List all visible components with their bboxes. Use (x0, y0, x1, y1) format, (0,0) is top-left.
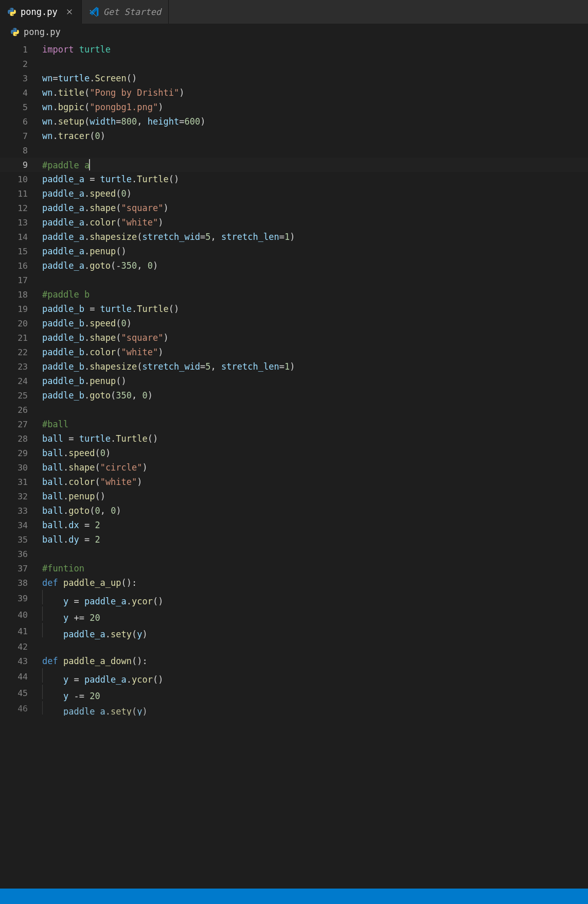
code-line[interactable]: 8 (0, 143, 588, 158)
code-line[interactable]: 42 (0, 639, 588, 654)
line-number: 17 (0, 275, 42, 285)
code-line[interactable]: 44 y = paddle_a.ycor() (0, 668, 588, 685)
line-number: 43 (0, 656, 42, 666)
line-number: 12 (0, 203, 42, 213)
tab-pong-py[interactable]: pong.py (0, 0, 82, 24)
code-line[interactable]: 7wn.tracer(0) (0, 129, 588, 143)
code-line[interactable]: 9#paddle a (0, 158, 588, 172)
code-line[interactable]: 39 y = paddle_a.ycor() (0, 590, 588, 606)
code-content: paddle_a.sety(y) (42, 701, 588, 716)
code-line[interactable]: 32ball.penup() (0, 489, 588, 503)
code-content: paddle_a.color("white") (42, 217, 588, 228)
code-content: paddle_a.sety(y) (42, 623, 588, 639)
status-bar[interactable] (0, 889, 588, 904)
line-number: 45 (0, 688, 42, 698)
line-number: 35 (0, 535, 42, 545)
code-line[interactable]: 3wn=turtle.Screen() (0, 71, 588, 85)
code-line[interactable]: 19paddle_b = turtle.Turtle() (0, 302, 588, 316)
code-content: #paddle b (42, 289, 588, 300)
line-number: 16 (0, 261, 42, 271)
code-line[interactable]: 21paddle_b.shape("square") (0, 331, 588, 345)
line-number: 40 (0, 610, 42, 620)
code-line[interactable]: 16paddle_a.goto(-350, 0) (0, 258, 588, 273)
code-line[interactable]: 34ball.dx = 2 (0, 518, 588, 532)
line-number: 21 (0, 333, 42, 343)
code-line[interactable]: 24paddle_b.penup() (0, 374, 588, 388)
code-content: #paddle a (42, 159, 588, 170)
code-content: #ball (42, 419, 588, 429)
code-line[interactable]: 27#ball (0, 417, 588, 431)
code-content: ball.speed(0) (42, 448, 588, 458)
code-line[interactable]: 17 (0, 273, 588, 287)
line-number: 41 (0, 627, 42, 636)
code-line[interactable]: 13paddle_a.color("white") (0, 215, 588, 230)
code-line[interactable]: 37#funtion (0, 561, 588, 576)
code-line[interactable]: 4wn.title("Pong by Drishti") (0, 85, 588, 100)
line-number: 24 (0, 376, 42, 386)
code-line[interactable]: 36 (0, 547, 588, 561)
code-line[interactable]: 25paddle_b.goto(350, 0) (0, 388, 588, 403)
code-content: paddle_b.shapesize(stretch_wid=5, stretc… (42, 361, 588, 372)
close-icon[interactable] (65, 7, 74, 16)
code-content: paddle_b.speed(0) (42, 318, 588, 328)
line-number: 15 (0, 247, 42, 256)
code-content: paddle_a.penup() (42, 246, 588, 256)
line-number: 31 (0, 477, 42, 487)
code-line[interactable]: 41 paddle_a.sety(y) (0, 623, 588, 639)
code-line[interactable]: 23paddle_b.shapesize(stretch_wid=5, stre… (0, 359, 588, 374)
code-line[interactable]: 38def paddle_a_up(): (0, 576, 588, 590)
line-number: 29 (0, 448, 42, 458)
tab-label: Get Started (103, 7, 162, 17)
code-content: wn.title("Pong by Drishti") (42, 88, 588, 98)
code-content: wn=turtle.Screen() (42, 73, 588, 83)
code-line[interactable]: 14paddle_a.shapesize(stretch_wid=5, stre… (0, 230, 588, 244)
code-content: paddle_b.shape("square") (42, 333, 588, 343)
code-line[interactable]: 45 y -= 20 (0, 685, 588, 701)
line-number: 36 (0, 549, 42, 559)
code-line[interactable]: 11paddle_a.speed(0) (0, 186, 588, 201)
line-number: 13 (0, 218, 42, 228)
line-number: 44 (0, 672, 42, 682)
code-line[interactable]: 15paddle_a.penup() (0, 244, 588, 258)
code-line[interactable]: 40 y += 20 (0, 606, 588, 623)
tab-label: pong.py (21, 7, 58, 17)
code-content: paddle_a.speed(0) (42, 188, 588, 199)
line-number: 30 (0, 463, 42, 473)
code-line[interactable]: 10paddle_a = turtle.Turtle() (0, 172, 588, 186)
code-line[interactable]: 20paddle_b.speed(0) (0, 316, 588, 331)
code-line[interactable]: 1import turtle (0, 42, 588, 57)
code-line[interactable]: 6wn.setup(width=800, height=600) (0, 114, 588, 129)
code-line[interactable]: 33ball.goto(0, 0) (0, 503, 588, 518)
line-number: 34 (0, 520, 42, 530)
breadcrumb-label: pong.py (24, 27, 61, 37)
code-line[interactable]: 22paddle_b.color("white") (0, 345, 588, 359)
code-content: import turtle (42, 44, 588, 55)
code-line[interactable]: 31ball.color("white") (0, 475, 588, 489)
line-number: 26 (0, 405, 42, 415)
code-line[interactable]: 35ball.dy = 2 (0, 532, 588, 547)
code-line[interactable]: 28ball = turtle.Turtle() (0, 431, 588, 446)
line-number: 7 (0, 131, 42, 141)
code-content: ball.penup() (42, 491, 588, 501)
code-content: def paddle_a_up(): (42, 578, 588, 588)
line-number: 38 (0, 578, 42, 588)
python-icon (7, 7, 16, 16)
code-line[interactable]: 5wn.bgpic("pongbg1.png") (0, 100, 588, 114)
code-line[interactable]: 30ball.shape("circle") (0, 460, 588, 475)
code-line[interactable]: 29ball.speed(0) (0, 446, 588, 460)
python-icon (10, 27, 20, 37)
tab-get-started[interactable]: Get Started (82, 0, 169, 24)
line-number: 8 (0, 146, 42, 155)
editor[interactable]: 1import turtle23wn=turtle.Screen()4wn.ti… (0, 42, 588, 736)
code-line[interactable]: 43def paddle_a_down(): (0, 654, 588, 668)
breadcrumb[interactable]: pong.py (0, 24, 588, 42)
code-line[interactable]: 12paddle_a.shape("square") (0, 201, 588, 215)
code-line[interactable]: 18#paddle b (0, 287, 588, 302)
line-number: 20 (0, 319, 42, 328)
code-line[interactable]: 26 (0, 403, 588, 417)
line-number: 9 (0, 160, 42, 170)
code-line[interactable]: 2 (0, 57, 588, 71)
code-content: ball.dx = 2 (42, 520, 588, 530)
code-line[interactable]: 46 paddle_a.sety(y) (0, 701, 588, 716)
code-content: paddle_a.shape("square") (42, 203, 588, 213)
